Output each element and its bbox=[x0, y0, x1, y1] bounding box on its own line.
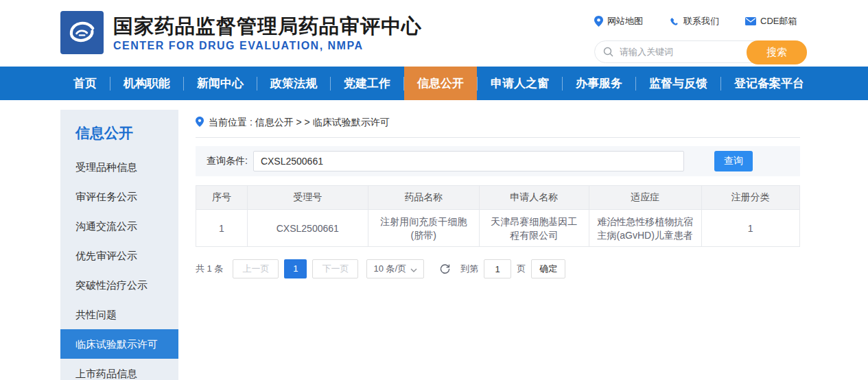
goto-page-input[interactable] bbox=[484, 259, 511, 278]
cell-index: 1 bbox=[196, 210, 248, 247]
cde-logo-swirl bbox=[64, 14, 101, 51]
cell-acceptance-no: CXSL2500661 bbox=[247, 210, 368, 247]
envelope-icon bbox=[745, 17, 756, 25]
breadcrumb-pin-icon bbox=[196, 117, 204, 129]
page-size-value: 10 条/页 bbox=[373, 263, 406, 275]
sitemap-link-label: 网站地图 bbox=[607, 15, 643, 27]
goto-confirm-button[interactable]: 确定 bbox=[531, 259, 565, 278]
breadcrumb-text: 当前位置 : 信息公开 > > 临床试验默示许可 bbox=[209, 117, 390, 129]
goto-prefix: 到第 bbox=[460, 263, 478, 275]
location-pin-icon bbox=[594, 16, 603, 27]
col-index: 序号 bbox=[196, 186, 248, 210]
site-title: 国家药品监督管理局药品审评中心 bbox=[113, 14, 422, 38]
sidebar-item-marketed-drugs[interactable]: 上市药品信息 bbox=[60, 359, 178, 380]
chevron-down-icon bbox=[410, 264, 417, 274]
main-nav: 首页 机构职能 新闻中心 政策法规 党建工作 信息公开 申请人之窗 办事服务 监… bbox=[0, 67, 868, 100]
cde-mail-link[interactable]: CDE邮箱 bbox=[745, 15, 797, 27]
contact-us-link-label: 联系我们 bbox=[683, 15, 719, 27]
sidebar-item-breakthrough-therapy[interactable]: 突破性治疗公示 bbox=[60, 270, 178, 300]
query-panel: 查询条件: 查询 bbox=[196, 146, 800, 176]
phone-icon bbox=[669, 16, 679, 27]
cde-logo bbox=[60, 11, 104, 54]
sidebar-item-clinical-trial-implied-license[interactable]: 临床试验默示许可 bbox=[60, 329, 178, 359]
sidebar-item-communication[interactable]: 沟通交流公示 bbox=[60, 211, 178, 241]
col-indication: 适应症 bbox=[589, 186, 701, 210]
contact-us-link[interactable]: 联系我们 bbox=[669, 15, 719, 27]
nav-item-info-disclosure[interactable]: 信息公开 bbox=[404, 67, 477, 100]
page-number-1[interactable]: 1 bbox=[284, 259, 307, 278]
sitemap-link[interactable]: 网站地图 bbox=[594, 15, 643, 27]
col-acceptance-no: 受理号 bbox=[247, 186, 368, 210]
refresh-icon[interactable] bbox=[439, 263, 451, 275]
prev-page-button[interactable]: 上一页 bbox=[233, 259, 279, 278]
sidebar-item-common-issues[interactable]: 共性问题 bbox=[60, 300, 178, 329]
nav-item-news[interactable]: 新闻中心 bbox=[184, 67, 257, 100]
query-button[interactable]: 查询 bbox=[714, 151, 753, 171]
col-registration-class: 注册分类 bbox=[701, 186, 799, 210]
pagination: 共 1 条 上一页 1 下一页 10 条/页 到第 页 确定 bbox=[196, 259, 800, 278]
table-header-row: 序号 受理号 药品名称 申请人名称 适应症 注册分类 bbox=[196, 186, 800, 210]
table-row: 1 CXSL2500661 注射用间充质干细胞(脐带) 天津昂赛细胞基因工程有限… bbox=[196, 210, 800, 247]
cell-applicant: 天津昂赛细胞基因工程有限公司 bbox=[479, 210, 589, 247]
cde-mail-link-label: CDE邮箱 bbox=[760, 15, 797, 27]
site-subtitle: CENTER FOR DRUG EVALUATION, NMPA bbox=[113, 40, 422, 52]
header-search: 搜索 bbox=[594, 40, 807, 63]
nav-item-policy[interactable]: 政策法规 bbox=[257, 67, 330, 100]
sidebar-title: 信息公开 bbox=[60, 110, 178, 152]
nav-item-applicant-window[interactable]: 申请人之窗 bbox=[478, 67, 562, 100]
brand-text: 国家药品监督管理局药品审评中心 CENTER FOR DRUG EVALUATI… bbox=[113, 14, 422, 52]
nav-item-party[interactable]: 党建工作 bbox=[331, 67, 403, 100]
query-input[interactable] bbox=[253, 151, 684, 171]
cell-indication: 难治性急性移植物抗宿主病(aGvHD)儿童患者 bbox=[589, 210, 701, 247]
search-icon bbox=[603, 47, 614, 60]
search-box: 搜索 bbox=[594, 40, 807, 63]
main-content: 当前位置 : 信息公开 > > 临床试验默示许可 查询条件: 查询 序号 受理号… bbox=[178, 110, 800, 380]
site-header: 国家药品监督管理局药品审评中心 CENTER FOR DRUG EVALUATI… bbox=[0, 0, 868, 67]
page-size-select[interactable]: 10 条/页 bbox=[366, 259, 424, 278]
cell-registration-class: 1 bbox=[701, 210, 799, 247]
nav-item-registration-platform[interactable]: 登记备案平台 bbox=[721, 67, 817, 100]
brand: 国家药品监督管理局药品审评中心 CENTER FOR DRUG EVALUATI… bbox=[60, 11, 422, 54]
goto-suffix: 页 bbox=[517, 263, 526, 275]
query-label: 查询条件: bbox=[207, 155, 248, 167]
cell-drug-name: 注射用间充质干细胞(脐带) bbox=[368, 210, 479, 247]
next-page-button[interactable]: 下一页 bbox=[312, 259, 358, 278]
nav-item-services[interactable]: 办事服务 bbox=[563, 67, 635, 100]
sidebar-item-priority-review[interactable]: 优先审评公示 bbox=[60, 241, 178, 270]
pagination-total: 共 1 条 bbox=[196, 263, 223, 275]
sidebar-item-review-tasks[interactable]: 审评任务公示 bbox=[60, 182, 178, 211]
nav-item-supervision[interactable]: 监督与反馈 bbox=[636, 67, 720, 100]
header-quick-links: 网站地图 联系我们 CDE邮箱 bbox=[594, 15, 797, 27]
results-table: 序号 受理号 药品名称 申请人名称 适应症 注册分类 1 CXSL2500661… bbox=[196, 185, 800, 247]
breadcrumb: 当前位置 : 信息公开 > > 临床试验默示许可 bbox=[196, 110, 800, 138]
nav-item-home[interactable]: 首页 bbox=[60, 67, 110, 100]
sidebar: 信息公开 受理品种信息 审评任务公示 沟通交流公示 优先审评公示 突破性治疗公示… bbox=[60, 110, 178, 380]
search-button[interactable]: 搜索 bbox=[747, 40, 807, 64]
sidebar-item-accepted-products[interactable]: 受理品种信息 bbox=[60, 152, 178, 182]
col-applicant: 申请人名称 bbox=[479, 186, 589, 210]
content-layout: 信息公开 受理品种信息 审评任务公示 沟通交流公示 优先审评公示 突破性治疗公示… bbox=[60, 110, 800, 380]
col-drug-name: 药品名称 bbox=[368, 186, 479, 210]
nav-item-functions[interactable]: 机构职能 bbox=[110, 67, 183, 100]
